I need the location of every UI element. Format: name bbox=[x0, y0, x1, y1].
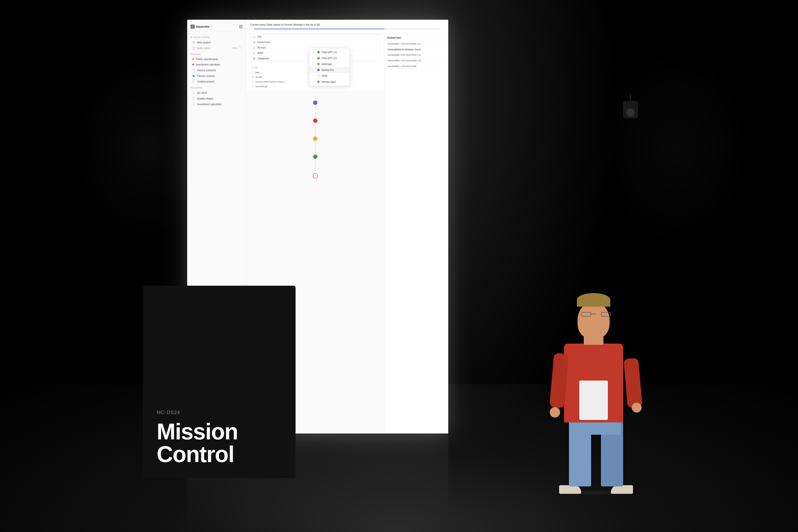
svg-rect-30 bbox=[254, 59, 255, 60]
svg-rect-18 bbox=[253, 36, 255, 38]
extract-panel-header: Extract text bbox=[384, 34, 448, 41]
field-extract-label: Extract text bbox=[258, 41, 270, 43]
speaker-fixture bbox=[621, 94, 640, 118]
document-icon bbox=[192, 69, 195, 72]
ambient-right bbox=[601, 49, 749, 246]
chatgpt35-label: Chat GPT 3.5 bbox=[322, 51, 337, 54]
svg-line-37 bbox=[318, 75, 320, 77]
sidebar-item-factory-reviews[interactable]: Factory reviews bbox=[189, 73, 245, 79]
dropdown-item-chatgpt35[interactable]: ✓ Chat GPT 3.5 bbox=[309, 49, 349, 55]
gemini-label: Gemini Pro bbox=[322, 69, 334, 72]
workspace-selector[interactable]: Squaredot ▾ bbox=[191, 25, 212, 28]
svg-rect-19 bbox=[253, 41, 255, 43]
invoice-extractor-label: Invoice extractor bbox=[197, 69, 216, 72]
invite-badge: 6/10 bbox=[233, 46, 241, 50]
chatgpt40-label: Chat GPT 4.0 bbox=[322, 57, 337, 60]
dropdown-item-anthropic[interactable]: Anthropic bbox=[309, 61, 349, 67]
factory-icon bbox=[192, 74, 195, 77]
model-dropdown[interactable]: ✓ Chat GPT 3.5 Chat GPT 4.0 Anthropic Ge… bbox=[309, 48, 350, 86]
right-arm bbox=[623, 358, 642, 408]
iban-icon bbox=[253, 52, 255, 54]
grid-icon[interactable] bbox=[239, 25, 243, 28]
svg-rect-14 bbox=[193, 80, 194, 82]
connector-1 bbox=[315, 105, 316, 118]
svg-rect-28 bbox=[254, 58, 255, 59]
sidebar-item-investment-calculator-2[interactable]: Investment calculator bbox=[189, 101, 245, 107]
sidebar-header: Squaredot ▾ bbox=[187, 24, 246, 32]
left-hand bbox=[550, 407, 560, 417]
extract-text-panel: Extract text Vulnerability, CVE-2018-860… bbox=[384, 34, 448, 434]
sidebar-item-untitled-project[interactable]: Untitled project bbox=[189, 79, 245, 84]
investment-calculator-label: Investment calculator bbox=[196, 63, 220, 66]
field-item-extract[interactable]: Extract text bbox=[250, 40, 380, 45]
topbar: Convert every Dollar values to Pounds St… bbox=[246, 20, 448, 34]
workflow-dot-red[interactable] bbox=[313, 118, 318, 123]
dropdown-item-ocr[interactable]: OCR bbox=[309, 73, 349, 79]
svg-rect-16 bbox=[193, 97, 194, 99]
shoe-right bbox=[611, 485, 633, 494]
dropdown-item-chatgpt40[interactable]: Chat GPT 4.0 bbox=[309, 55, 349, 61]
svg-rect-31 bbox=[252, 67, 254, 69]
quality-helper-label: Quality Helper bbox=[197, 97, 213, 100]
human-input-dot bbox=[317, 80, 320, 83]
workspace-chevron: ▾ bbox=[211, 25, 212, 28]
svg-rect-12 bbox=[193, 75, 193, 76]
svg-rect-8 bbox=[193, 69, 194, 71]
doc-icon bbox=[192, 80, 195, 83]
empty-check-2 bbox=[312, 62, 315, 65]
svg-rect-13 bbox=[194, 75, 194, 76]
plus-icon bbox=[192, 41, 195, 44]
ocr-label: OCR bbox=[322, 75, 327, 77]
sidebar-item-invoice-extractor[interactable]: Invoice extractor bbox=[189, 67, 245, 73]
progress-bar-fill bbox=[254, 28, 384, 29]
progress-bar-container bbox=[254, 28, 440, 29]
mc-title: Mission Control bbox=[157, 420, 282, 466]
extract-item-4: Vulnerability, CVE-2019-0785 bbox=[384, 64, 448, 70]
sidebar-item-fields-classification[interactable]: Fields classification bbox=[189, 56, 245, 62]
svg-rect-1 bbox=[193, 25, 194, 26]
workspace-name: Squaredot bbox=[196, 25, 209, 28]
new-project-label: New project bbox=[197, 41, 211, 44]
categories-icon bbox=[253, 57, 255, 60]
doc-icon-q1 bbox=[192, 91, 195, 94]
empty-check-5 bbox=[312, 80, 315, 83]
chatgpt40-dot bbox=[317, 57, 320, 59]
field-item-file[interactable]: File bbox=[250, 34, 380, 40]
mc-ds24-label: MC-DS24 bbox=[157, 410, 282, 415]
dropdown-item-gemini[interactable]: Gemini Pro bbox=[309, 67, 349, 73]
sidebar-item-new-project[interactable]: New project bbox=[189, 39, 245, 45]
field-amount-label: Amount bbox=[258, 46, 266, 49]
presenter-person bbox=[532, 248, 660, 494]
extract-icon bbox=[253, 41, 255, 43]
hair bbox=[577, 293, 610, 307]
extract-item-1: Vulnerabilities on Windows Server bbox=[384, 47, 448, 53]
svg-rect-27 bbox=[253, 58, 254, 59]
undershirt bbox=[579, 381, 608, 420]
extract-item-3: Vulnerability, CVE-2018-8546 A di bbox=[384, 58, 448, 64]
svg-rect-33 bbox=[252, 76, 254, 78]
connector-3 bbox=[315, 141, 316, 154]
sidebar-item-quality-helper[interactable]: Quality Helper bbox=[189, 96, 245, 101]
mission-control-card: MC-DS24 Mission Control bbox=[143, 286, 296, 478]
dropdown-item-human-input[interactable]: Human input bbox=[309, 79, 349, 85]
empty-check bbox=[312, 57, 315, 60]
workflow-dot-green[interactable] bbox=[313, 154, 318, 159]
svg-rect-34 bbox=[252, 81, 254, 82]
amount-icon: $ bbox=[253, 46, 255, 49]
extract-item-0: Vulnerability, CVE-2018-8606 A cr bbox=[384, 41, 448, 47]
doc-icon-qh bbox=[192, 97, 195, 100]
glasses-bridge bbox=[591, 314, 596, 314]
field-file-label: File bbox=[258, 36, 261, 38]
ocr-icon bbox=[317, 75, 320, 77]
extract-item-2: Vulnerability, CVE-2018-8319 A Si bbox=[384, 53, 448, 58]
svg-point-7 bbox=[193, 47, 194, 48]
head bbox=[577, 302, 610, 339]
workflow-dot-purple[interactable] bbox=[313, 100, 318, 105]
sidebar-item-investment-calculator[interactable]: Investment calculator bbox=[189, 62, 245, 67]
cursor-icon bbox=[312, 173, 318, 178]
svg-rect-17 bbox=[193, 103, 194, 105]
workflow-dot-yellow[interactable] bbox=[313, 136, 318, 141]
check-icon: ✓ bbox=[312, 51, 315, 54]
svg-rect-29 bbox=[253, 59, 254, 60]
sidebar-item-q1-2023[interactable]: Q1 2023 bbox=[189, 90, 245, 96]
